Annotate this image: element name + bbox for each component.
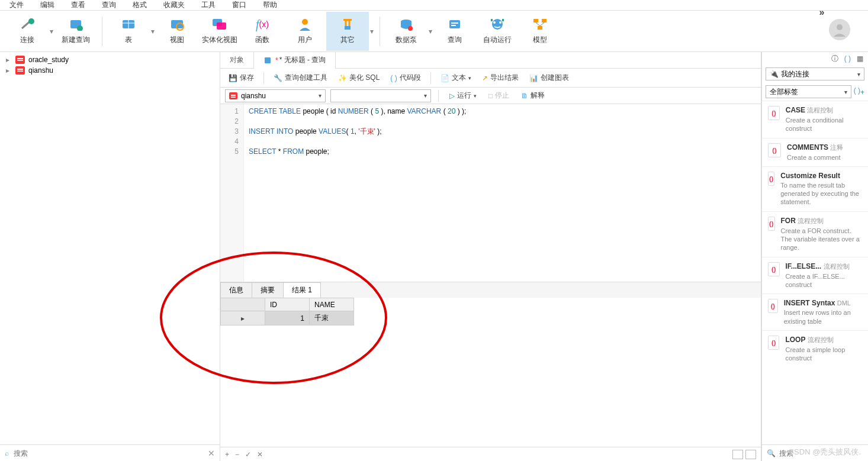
grid-icon[interactable]: ▦ (857, 54, 863, 63)
tb-auto[interactable]: 自动运行 (476, 12, 519, 51)
explain-button[interactable]: 🗎解释 (517, 89, 548, 102)
tb-model[interactable]: 模型 (519, 12, 561, 51)
expand-icon[interactable]: ▸ (6, 66, 12, 75)
tb-view[interactable]: 视图 (156, 12, 198, 51)
search-icon[interactable]: 🔍 (767, 449, 776, 457)
add-paren-icon[interactable]: ( )+ (854, 86, 864, 96)
myconn-combo[interactable]: 🔌我的连接▾ (766, 67, 864, 80)
code-text[interactable]: CREATE TABLE people ( id NUMBER ( 5 ), n… (244, 104, 471, 282)
tb-table-dd[interactable]: ▾ (150, 12, 156, 50)
clear-icon[interactable]: ✕ (208, 449, 215, 458)
menu-view[interactable]: 查看 (71, 0, 85, 10)
tab-objects[interactable]: 对象 (220, 52, 254, 68)
tb-mview[interactable]: 实体化视图 (198, 12, 241, 51)
col-name[interactable]: NAME (310, 298, 354, 311)
db-icon (15, 66, 25, 75)
col-id[interactable]: ID (265, 298, 310, 311)
menu-window[interactable]: 窗口 (232, 0, 246, 10)
menu-query[interactable]: 查询 (102, 0, 116, 10)
tb-user[interactable]: 用户 (284, 12, 326, 51)
db-combo[interactable]: qianshu▾ (225, 89, 326, 102)
snippet-icon: () (768, 106, 780, 120)
avatar-icon[interactable] (829, 19, 850, 40)
result-footer: + − ✓ ✕ (220, 447, 761, 461)
snippet-loop[interactable]: ()LOOP 流程控制Create a simple loop construc… (762, 330, 868, 367)
tag-combo[interactable]: 全部标签▾ (766, 85, 851, 98)
del-row-icon[interactable]: − (235, 450, 239, 459)
tb-table[interactable]: 表 (107, 12, 150, 51)
rtab-summary[interactable]: 摘要 (252, 282, 284, 298)
sidebar-search-input[interactable] (14, 449, 203, 457)
snippet-icon: () (768, 299, 778, 313)
info-icon[interactable]: ⓘ (831, 54, 838, 64)
right-search-input[interactable] (779, 449, 868, 457)
paren-icon[interactable]: ( ) (844, 54, 851, 63)
snippet-ifelse[interactable]: ()IF...ELSE... 流程控制Create a IF...ELSE...… (762, 257, 868, 294)
tb-query[interactable]: 查询 (433, 12, 476, 51)
tb-newquery[interactable]: 新建查询 (54, 12, 97, 51)
snippet-icon: () (768, 172, 774, 186)
tree-item-qianshu[interactable]: ▸qianshu (0, 65, 220, 76)
svg-point-21 (499, 21, 501, 24)
tree-item-oracle-study[interactable]: ▸oracle_study (0, 54, 220, 65)
schema-combo[interactable]: ▾ (330, 89, 431, 102)
snippet-for[interactable]: ()FOR 流程控制Create a FOR construct. The va… (762, 211, 868, 257)
snippet-comments[interactable]: ()COMMENTS 注释Create a comment (762, 138, 868, 166)
apply-icon[interactable]: ✓ (245, 450, 251, 459)
snippet-insert[interactable]: ()INSERT Syntax DMLInsert new rows into … (762, 294, 868, 330)
menu-file[interactable]: 文件 (9, 0, 24, 10)
main-toolbar: » 连接 ▾ 新建查询 表 ▾ 视图 实体化视图 f(x)函数 用户 其它 ▾ … (0, 11, 868, 52)
snippet-case[interactable]: ()CASE 流程控制Create a conditional construc… (762, 101, 868, 138)
plug-icon: 🔌 (770, 70, 779, 78)
snippet-button[interactable]: ( )代码段 (387, 72, 424, 84)
snippet-list[interactable]: ()CASE 流程控制Create a conditional construc… (762, 101, 868, 444)
editor-toolbar: 💾保存 🔧查询创建工具 ✨美化 SQL ( )代码段 📄文本▾ ↗导出结果 📊创… (220, 69, 761, 88)
svg-rect-17 (451, 22, 458, 24)
export-icon: ↗ (482, 74, 488, 82)
add-row-icon[interactable]: + (225, 450, 229, 459)
form-view-icon[interactable] (745, 450, 756, 459)
snippet-custom-result[interactable]: ()Customize ResultTo name the result tab… (762, 166, 868, 211)
filter-icon[interactable]: ⌕ (5, 449, 9, 457)
svg-rect-26 (538, 26, 542, 30)
gutter: 12345 (220, 104, 244, 282)
save-button[interactable]: 💾保存 (225, 72, 258, 84)
text-button[interactable]: 📄文本▾ (437, 72, 475, 84)
tb-connect-dd[interactable]: ▾ (49, 12, 54, 50)
overflow-chevron-icon[interactable]: » (811, 7, 832, 19)
toolbar-sep (380, 17, 380, 46)
stop-button[interactable]: □停止 (485, 89, 513, 102)
tb-pump[interactable]: 数据泵 (385, 12, 427, 51)
rtab-info[interactable]: 信息 (220, 282, 252, 298)
menu-tools[interactable]: 工具 (201, 0, 216, 10)
tb-other-dd[interactable]: ▾ (369, 12, 375, 50)
rtab-result1[interactable]: 结果 1 (283, 282, 321, 298)
result-grid[interactable]: IDNAME ▸1千束 (220, 298, 761, 325)
svg-rect-28 (265, 57, 271, 63)
menu-fav[interactable]: 收藏夹 (163, 0, 185, 10)
menu-format[interactable]: 格式 (133, 0, 147, 10)
code-editor[interactable]: 12345 CREATE TABLE people ( id NUMBER ( … (220, 104, 761, 282)
explain-icon: 🗎 (521, 92, 528, 100)
snippet-icon: () (768, 217, 775, 231)
tb-connect[interactable]: 连接 (6, 12, 49, 51)
menu-edit[interactable]: 编辑 (40, 0, 54, 10)
svg-rect-16 (449, 20, 460, 28)
cancel-icon[interactable]: ✕ (257, 450, 263, 459)
export-button[interactable]: ↗导出结果 (478, 72, 522, 84)
tb-pump-dd[interactable]: ▾ (427, 12, 433, 50)
run-button[interactable]: ▷运行▾ (446, 89, 480, 102)
tb-other[interactable]: 其它 (326, 12, 369, 51)
row-indicator: ▸ (221, 311, 265, 325)
svg-rect-22 (491, 19, 493, 21)
grid-view-icon[interactable] (732, 450, 743, 459)
expand-icon[interactable]: ▸ (6, 56, 12, 64)
chart-button[interactable]: 📊创建图表 (526, 72, 573, 84)
beautify-button[interactable]: ✨美化 SQL (335, 72, 383, 84)
table-row[interactable]: ▸1千束 (221, 311, 354, 325)
menu-help[interactable]: 帮助 (263, 0, 277, 10)
connection-row: qianshu▾ ▾ ▷运行▾ □停止 🗎解释 (220, 88, 761, 104)
tb-fx[interactable]: f(x)函数 (241, 12, 284, 51)
tab-query[interactable]: ** 无标题 - 查询 (254, 52, 336, 68)
qbuild-button[interactable]: 🔧查询创建工具 (270, 72, 331, 84)
